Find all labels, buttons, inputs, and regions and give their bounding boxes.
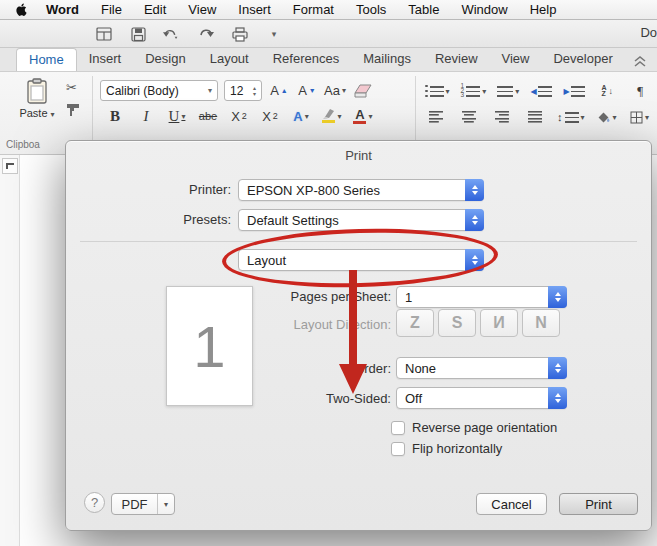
menu-item-edit[interactable]: Edit — [133, 0, 177, 20]
strikethrough-button[interactable]: abe — [197, 106, 219, 126]
menu-item-table[interactable]: Table — [397, 0, 450, 20]
justify-button[interactable] — [524, 107, 546, 127]
format-painter-icon[interactable] — [66, 103, 80, 119]
shading-button[interactable]: ▾ — [596, 107, 618, 127]
layout-direction-reverse-n-button[interactable]: И — [480, 309, 518, 337]
menu-item-view[interactable]: View — [177, 0, 227, 20]
italic-button[interactable]: I — [135, 106, 157, 126]
font-color-button[interactable]: A ▾ — [352, 106, 374, 126]
change-case-glyph: Aa — [324, 83, 340, 98]
vertical-ruler — [0, 155, 20, 546]
increase-indent-button[interactable]: ▶ — [563, 81, 585, 101]
layout-direction-n-button[interactable]: N — [522, 309, 560, 337]
align-right-button[interactable] — [491, 107, 513, 127]
font-name-value: Calibri (Body) — [106, 84, 203, 98]
text-effects-button[interactable]: A▾ — [290, 106, 312, 126]
paste-dropdown-icon[interactable]: ▾ — [51, 110, 55, 119]
toolbar-more-icon[interactable]: ▾ — [265, 25, 283, 43]
reverse-page-orientation-checkbox[interactable] — [391, 421, 405, 435]
line-spacing-button[interactable]: ↕▾ — [557, 107, 585, 127]
flip-horizontally-checkbox[interactable] — [391, 442, 405, 456]
group-separator — [415, 76, 416, 148]
borders-button[interactable]: ▾ — [629, 107, 651, 127]
clipboard-group-label: Clipboa — [6, 139, 40, 150]
tab-developer[interactable]: Developer — [541, 48, 624, 71]
border-value: None — [405, 361, 436, 376]
show-hide-ribbon-icon[interactable] — [95, 25, 113, 43]
font-name-combo[interactable]: Calibri (Body) ▾ — [100, 80, 218, 101]
tab-insert[interactable]: Insert — [77, 48, 134, 71]
tab-home[interactable]: Home — [16, 48, 77, 71]
text-effects-glyph: A — [293, 109, 302, 124]
cut-icon[interactable]: ✂ — [66, 80, 80, 95]
change-case-button[interactable]: Aa▾ — [324, 81, 346, 101]
clear-formatting-button[interactable] — [352, 81, 374, 101]
multilevel-list-button[interactable]: ▾ — [497, 81, 519, 101]
print-icon[interactable] — [231, 25, 249, 43]
layout-direction-s-button[interactable]: S — [438, 309, 476, 337]
font-size-combo[interactable]: 12 ▴▾ — [224, 80, 262, 101]
tab-mailings[interactable]: Mailings — [351, 48, 423, 71]
tab-stop-icon — [6, 163, 14, 169]
paste-button[interactable]: Paste ▾ — [14, 78, 60, 119]
menu-item-insert[interactable]: Insert — [227, 0, 282, 20]
menu-bar: Word File Edit View Insert Format Tools … — [0, 0, 657, 20]
bullet-list-button[interactable]: ▾ — [425, 81, 450, 101]
shrink-font-button[interactable]: A▼ — [296, 81, 318, 101]
underline-button[interactable]: U▾ — [166, 106, 188, 126]
layout-direction-group: Z S И N — [396, 309, 560, 337]
print-button[interactable]: Print — [559, 493, 638, 515]
layout-n-icon: N — [535, 314, 547, 332]
font-size-stepper-icon[interactable]: ▴▾ — [253, 85, 256, 97]
menu-item-window[interactable]: Window — [450, 0, 518, 20]
presets-select[interactable]: Default Settings — [238, 209, 484, 231]
tab-stop-selector[interactable] — [2, 158, 18, 174]
tab-design[interactable]: Design — [133, 48, 197, 71]
decrease-indent-button[interactable]: ◀ — [530, 81, 552, 101]
font-color-glyph: A — [355, 109, 364, 120]
pdf-menu-button[interactable]: PDF ▾ — [111, 493, 175, 515]
superscript-glyph: X — [262, 109, 271, 124]
menu-item-tools[interactable]: Tools — [345, 0, 397, 20]
menu-item-word[interactable]: Word — [35, 0, 90, 20]
save-icon[interactable] — [129, 25, 147, 43]
help-label: ? — [91, 495, 98, 510]
grow-font-button[interactable]: A▲ — [268, 81, 290, 101]
sort-icon: AZ — [601, 85, 606, 97]
highlight-button[interactable]: ▾ — [321, 106, 343, 126]
flip-horizontally-label: Flip horizontally — [412, 441, 502, 456]
layout-direction-z-button[interactable]: Z — [396, 309, 434, 337]
bold-button[interactable]: B — [104, 106, 126, 126]
align-left-button[interactable] — [425, 107, 447, 127]
two-sided-select[interactable]: Off — [396, 387, 567, 409]
borders-icon — [630, 111, 643, 124]
font-name-dropdown-icon[interactable]: ▾ — [208, 86, 212, 95]
show-paragraph-marks-button[interactable]: ¶ — [629, 81, 651, 101]
numbered-list-button[interactable]: 123▾ — [461, 81, 487, 101]
redo-icon[interactable] — [197, 25, 215, 43]
align-center-button[interactable] — [458, 107, 480, 127]
border-select-stepper-icon — [548, 357, 567, 379]
superscript-button[interactable]: X2 — [259, 106, 281, 126]
bullet-list-icon — [430, 86, 444, 97]
print-preview-page: 1 — [166, 286, 253, 406]
printer-select[interactable]: EPSON XP-800 Series — [238, 179, 484, 201]
reverse-page-orientation-label: Reverse page orientation — [412, 420, 557, 435]
pages-per-sheet-stepper-icon — [548, 286, 567, 308]
undo-icon[interactable] — [163, 25, 181, 43]
tab-references[interactable]: References — [261, 48, 351, 71]
tab-view[interactable]: View — [490, 48, 542, 71]
menu-item-help[interactable]: Help — [519, 0, 568, 20]
tab-layout[interactable]: Layout — [198, 48, 261, 71]
subscript-button[interactable]: X2 — [228, 106, 250, 126]
menu-item-file[interactable]: File — [90, 0, 133, 20]
menu-item-format[interactable]: Format — [282, 0, 345, 20]
pages-per-sheet-select[interactable]: 1 — [396, 286, 567, 308]
apple-menu[interactable] — [0, 0, 35, 20]
tab-review[interactable]: Review — [423, 48, 490, 71]
border-select[interactable]: None — [396, 357, 567, 379]
help-button[interactable]: ? — [84, 492, 105, 513]
sort-button[interactable]: AZ↓ — [596, 81, 618, 101]
collapse-ribbon-icon[interactable] — [633, 53, 647, 71]
cancel-button[interactable]: Cancel — [476, 493, 547, 515]
